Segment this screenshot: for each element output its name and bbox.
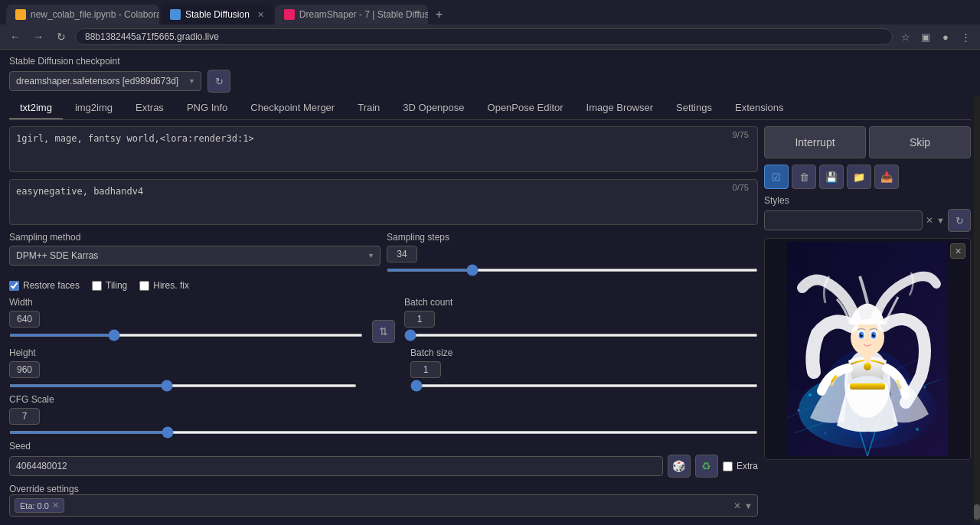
styles-clear[interactable]: ✕ [926,215,933,226]
sampling-steps-value[interactable]: 34 [387,246,417,262]
tab-img2img[interactable]: img2img [64,97,123,119]
sampling-steps-slider[interactable] [387,269,758,272]
tab-train[interactable]: Train [347,97,390,119]
zip-icon[interactable]: 📥 [874,165,899,189]
seed-input[interactable] [9,456,663,476]
tab-openpose-editor[interactable]: OpenPose Editor [477,97,574,119]
override-tag: Eta: 0.0 ✕ [15,498,64,513]
override-settings-label: Override settings [9,484,758,494]
batch-count-slider[interactable] [404,334,758,337]
sampling-steps-range-row: 34 [387,246,758,262]
svg-point-17 [872,334,875,338]
bookmark-icon[interactable]: ☆ [897,28,914,45]
override-settings-section: Override settings Eta: 0.0 ✕ ✕ ▼ [9,484,758,517]
cfg-scale-label: CFG Scale [9,394,758,405]
profile-icon[interactable]: ● [937,28,954,45]
app-content: Stable Diffusion checkpoint dreamshaper.… [0,50,980,523]
save-red-icon[interactable]: 💾 [819,165,844,189]
batch-size-value[interactable]: 1 [410,361,441,378]
extensions-icon[interactable]: ▣ [917,28,934,45]
styles-refresh-button[interactable]: ↻ [948,209,971,232]
seed-label: Seed [9,441,758,452]
address-text: 88b1382445a71f5665.gradio.live [85,31,219,42]
override-tag-close[interactable]: ✕ [52,501,59,510]
styles-input[interactable] [764,210,923,230]
generate-buttons-row: Interrupt Skip [764,126,971,158]
negative-prompt-wrapper: 0/75 document.querySelector('[data-name=… [9,179,758,227]
tiling-input[interactable] [92,281,102,291]
hires-fix-input[interactable] [139,281,149,291]
override-clear-button[interactable]: ✕ [733,501,741,511]
image-close-button[interactable]: ✕ [950,243,965,259]
width-block: Width 640 [9,297,363,343]
forward-button[interactable]: → [29,28,47,46]
checkpoint-refresh-button[interactable]: ↻ [207,70,230,93]
tiling-checkbox[interactable]: Tiling [92,280,127,291]
styles-dropdown[interactable]: ▼ [936,216,945,225]
tab-dreamshaper[interactable]: DreamShaper - 7 | Stable Diffusi... ✕ [275,5,428,24]
svg-point-22 [924,386,926,389]
height-value[interactable]: 960 [9,361,40,378]
image-output-area: ✕ [764,238,971,460]
trash-icon[interactable]: 🗑 [792,165,816,189]
skip-button[interactable]: Skip [869,126,971,158]
width-value[interactable]: 640 [9,311,40,328]
checkpoint-select[interactable]: dreamshaper.safetensors [ed989d673d] [9,71,201,91]
height-range-row: 960 [9,361,357,378]
extra-checkbox[interactable]: Extra [723,461,758,471]
extra-input[interactable] [723,461,733,471]
batch-count-value[interactable]: 1 [404,311,435,328]
reload-button[interactable]: ↻ [52,28,70,46]
width-slider[interactable] [9,334,363,337]
sampling-method-select-wrapper: DPM++ SDE Karras [9,246,381,266]
folder-icon[interactable]: 📁 [847,165,871,189]
svg-point-24 [916,428,919,431]
seed-section: Seed 🎲 ♻ Extra [9,441,758,478]
sampling-method-label: Sampling method [9,232,381,243]
svg-point-20 [867,339,868,341]
height-slider[interactable] [9,384,357,387]
swap-dimensions-button[interactable]: ⇅ [372,320,395,343]
browser-icons: ☆ ▣ ● ⋮ [897,28,974,45]
cfg-scale-value[interactable]: 7 [9,408,40,425]
tab-extras[interactable]: Extras [125,97,175,119]
address-bar[interactable]: 88b1382445a71f5665.gradio.live [75,28,893,45]
back-button[interactable]: ← [6,28,24,46]
batch-size-slider[interactable] [410,384,758,387]
tab-checkpoint-merger[interactable]: Checkpoint Merger [240,97,345,119]
menu-icon[interactable]: ⋮ [957,28,974,45]
new-tab-button[interactable]: + [430,5,449,24]
hires-fix-checkbox[interactable]: Hires. fix [139,280,189,291]
sampling-method-select[interactable]: DPM++ SDE Karras [9,246,381,266]
restore-faces-checkbox[interactable]: Restore faces [9,280,80,291]
seed-random-button[interactable]: 🎲 [668,455,691,478]
tab-stable-diffusion[interactable]: Stable Diffusion ✕ [161,5,273,24]
scrollbar-thumb[interactable] [974,504,980,520]
sampling-steps-block: Sampling steps 34 [387,232,758,274]
swap-spacer [366,347,401,390]
tab-3d-openpose[interactable]: 3D Openpose [392,97,475,119]
tab-png-info[interactable]: PNG Info [176,97,238,119]
apply-styles-icon[interactable]: ☑ [764,165,789,189]
tab-colab[interactable]: new_colab_file.ipynb - Colabora... ✕ [6,5,159,24]
override-dropdown-button[interactable]: ▼ [744,501,753,510]
tab-close-sd[interactable]: ✕ [257,10,264,20]
svg-point-8 [864,363,871,370]
tab-extensions[interactable]: Extensions [724,97,795,119]
negative-prompt-textarea[interactable] [9,179,758,225]
swap-button-wrapper: ⇅ [372,297,395,343]
tab-image-browser[interactable]: Image Browser [576,97,664,119]
svg-point-23 [825,432,826,434]
tab-settings[interactable]: Settings [665,97,723,119]
positive-prompt-textarea[interactable] [9,126,758,172]
generated-image [787,242,948,456]
sampling-steps-label: Sampling steps [387,232,758,243]
batch-size-block: Batch size 1 [410,347,758,390]
styles-section: Styles ✕ ▼ ↻ [764,195,971,232]
cfg-scale-slider[interactable] [9,431,758,434]
interrupt-button[interactable]: Interrupt [764,126,866,158]
tab-txt2img[interactable]: txt2img [9,97,63,119]
restore-faces-input[interactable] [9,281,19,291]
batch-count-label: Batch count [404,297,758,308]
seed-recycle-button[interactable]: ♻ [695,455,718,478]
